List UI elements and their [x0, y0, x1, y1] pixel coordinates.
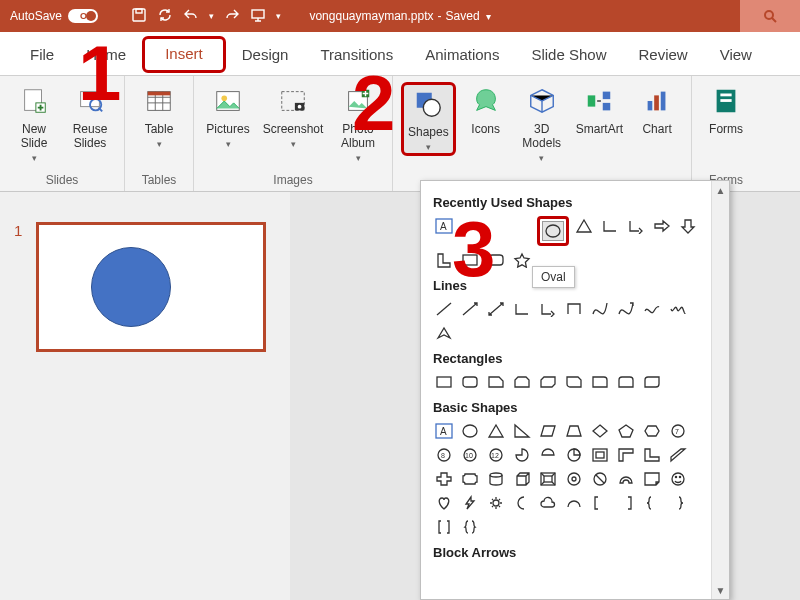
new-slide-button[interactable]: New Slide ▾ — [8, 82, 60, 164]
shape-chord[interactable] — [537, 445, 559, 465]
qat-more-icon[interactable]: ▾ — [276, 11, 281, 21]
shape-parallelogram[interactable] — [537, 421, 559, 441]
shape-brace-r[interactable] — [667, 493, 689, 513]
shape-diag-stripe[interactable] — [667, 445, 689, 465]
shape-elbow[interactable] — [599, 216, 621, 236]
undo-icon[interactable] — [183, 7, 199, 26]
reuse-slides-button[interactable]: Reuse Slides — [64, 82, 116, 152]
screenshot-button[interactable]: Screenshot ▾ — [258, 82, 328, 150]
shape-line-double-arrow[interactable] — [485, 299, 507, 319]
shape-roundrect[interactable] — [485, 250, 507, 270]
shape-l-shape[interactable] — [641, 445, 663, 465]
shape-rect[interactable] — [433, 372, 455, 392]
shape-scribble[interactable] — [667, 299, 689, 319]
shape-sun[interactable] — [485, 493, 507, 513]
tab-design[interactable]: Design — [226, 36, 305, 75]
shape-snipround[interactable] — [563, 372, 585, 392]
icons-button[interactable]: Icons — [460, 82, 512, 138]
shape-cross[interactable] — [433, 469, 455, 489]
shape-pie[interactable] — [511, 445, 533, 465]
shape-lightning[interactable] — [459, 493, 481, 513]
shape-moon[interactable] — [511, 493, 533, 513]
shape-oval[interactable] — [459, 421, 481, 441]
chevron-down-icon[interactable]: ▾ — [486, 11, 491, 22]
scroll-up-icon[interactable]: ▲ — [712, 181, 729, 199]
shape-textbox[interactable]: A — [433, 216, 455, 236]
shape-round2diag[interactable] — [641, 372, 663, 392]
shape-folded-corner[interactable] — [641, 469, 663, 489]
shape-right-arrow[interactable] — [651, 216, 673, 236]
save-icon[interactable] — [131, 7, 147, 26]
shape-round2same[interactable] — [615, 372, 637, 392]
slide-thumbnail[interactable] — [36, 222, 266, 352]
shape-textbox[interactable]: A — [433, 421, 455, 441]
shape-cube[interactable] — [511, 469, 533, 489]
shape-snip1[interactable] — [485, 372, 507, 392]
redo-icon[interactable] — [224, 7, 240, 26]
table-button[interactable]: Table ▾ — [133, 82, 185, 150]
saved-status[interactable]: Saved — [446, 9, 480, 23]
shape-triangle[interactable] — [485, 421, 507, 441]
shape-smiley[interactable] — [667, 469, 689, 489]
shape-braces-pair[interactable] — [459, 517, 481, 537]
shape-bracket-r[interactable] — [615, 493, 637, 513]
tab-transitions[interactable]: Transitions — [304, 36, 409, 75]
tab-animations[interactable]: Animations — [409, 36, 515, 75]
shape-triangle[interactable] — [573, 216, 595, 236]
slide-thumbnail-panel[interactable] — [0, 192, 290, 600]
shape-heart[interactable] — [433, 493, 455, 513]
tab-home[interactable]: Home — [70, 36, 142, 75]
shape-down-arrow[interactable] — [677, 216, 699, 236]
shape-teardrop[interactable] — [563, 445, 585, 465]
shape-decagon[interactable]: 10 — [459, 445, 481, 465]
shape-elbow-arrow[interactable] — [625, 216, 647, 236]
tab-file[interactable]: File — [14, 36, 70, 75]
shape-freeform-closed[interactable] — [433, 323, 455, 343]
tab-insert[interactable]: Insert — [142, 36, 226, 73]
scroll-down-icon[interactable]: ▼ — [712, 581, 729, 599]
photo-album-button[interactable]: Photo Album ▾ — [332, 82, 384, 164]
autosave-toggle[interactable]: AutoSave On — [10, 9, 117, 23]
shape-bevel[interactable] — [537, 469, 559, 489]
shape-star[interactable] — [511, 250, 533, 270]
shape-roundrect[interactable] — [459, 372, 481, 392]
shape-dodecagon[interactable]: 12 — [485, 445, 507, 465]
tab-view[interactable]: View — [704, 36, 768, 75]
shape-line-arrow[interactable] — [459, 299, 481, 319]
shape-snip2same[interactable] — [511, 372, 533, 392]
shape-curve[interactable] — [589, 299, 611, 319]
shape-l-shape[interactable] — [433, 250, 455, 270]
shapes-button[interactable]: Shapes ▾ — [401, 82, 456, 156]
shape-right-triangle[interactable] — [511, 421, 533, 441]
forms-button[interactable]: Forms — [700, 82, 752, 138]
3d-models-button[interactable]: 3D Models ▾ — [516, 82, 568, 164]
shape-plaque[interactable] — [459, 469, 481, 489]
shape-oval[interactable] — [542, 221, 564, 241]
shape-freeform[interactable] — [641, 299, 663, 319]
shape-pentagon[interactable] — [615, 421, 637, 441]
chart-button[interactable]: Chart — [631, 82, 683, 138]
shape-round1[interactable] — [589, 372, 611, 392]
shape-arc[interactable] — [563, 493, 585, 513]
shape-elbow-double[interactable] — [563, 299, 585, 319]
shape-curve-arrow[interactable] — [615, 299, 637, 319]
shape-heptagon[interactable]: 7 — [667, 421, 689, 441]
shape-half-frame[interactable] — [615, 445, 637, 465]
shape-elbow-connector[interactable] — [511, 299, 533, 319]
shape-brackets-pair[interactable] — [433, 517, 455, 537]
panel-scrollbar[interactable]: ▲ ▼ — [711, 181, 729, 599]
shape-line[interactable] — [433, 299, 455, 319]
shape-block-arc[interactable] — [615, 469, 637, 489]
shape-diamond[interactable] — [589, 421, 611, 441]
sync-icon[interactable] — [157, 7, 173, 26]
shape-rect[interactable] — [459, 250, 481, 270]
present-icon[interactable] — [250, 7, 266, 26]
shape-donut[interactable] — [563, 469, 585, 489]
search-box[interactable] — [740, 0, 800, 32]
shape-no-symbol[interactable] — [589, 469, 611, 489]
shape-snip2diag[interactable] — [537, 372, 559, 392]
tab-slideshow[interactable]: Slide Show — [515, 36, 622, 75]
undo-caret-icon[interactable]: ▾ — [209, 11, 214, 21]
shape-octagon[interactable]: 8 — [433, 445, 455, 465]
shape-brace-l[interactable] — [641, 493, 663, 513]
